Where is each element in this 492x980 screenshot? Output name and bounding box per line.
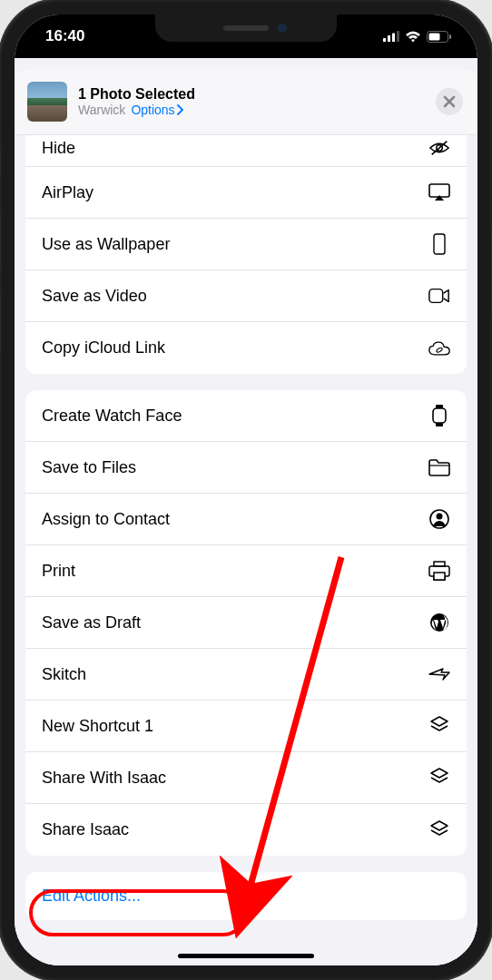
close-button[interactable] bbox=[436, 88, 463, 115]
status-time: 16:40 bbox=[45, 27, 84, 45]
action-share-isaac[interactable]: Share Isaac bbox=[25, 804, 467, 856]
action-share-with-isaac[interactable]: Share With Isaac bbox=[25, 752, 467, 804]
airplay-icon bbox=[428, 181, 450, 203]
photo-thumbnail[interactable] bbox=[27, 82, 67, 122]
svg-rect-0 bbox=[383, 38, 386, 42]
eye-slash-icon bbox=[428, 137, 450, 159]
wifi-icon bbox=[405, 31, 421, 43]
watch-icon bbox=[428, 405, 450, 426]
action-label: Hide bbox=[42, 139, 75, 158]
notch bbox=[155, 15, 337, 42]
action-wallpaper[interactable]: Use as Wallpaper bbox=[25, 219, 467, 270]
volume-up bbox=[0, 209, 1, 272]
printer-icon bbox=[428, 560, 450, 582]
screen: 16:40 1 Photo Selected bbox=[15, 15, 477, 965]
action-label: Create Watch Face bbox=[42, 407, 182, 426]
wordpress-icon bbox=[428, 612, 450, 633]
action-print[interactable]: Print bbox=[25, 545, 467, 597]
action-label: Save to Files bbox=[42, 458, 136, 477]
sheet-header: 1 Photo Selected Warwick Options bbox=[15, 69, 477, 135]
action-label: Share With Isaac bbox=[42, 769, 166, 788]
sheet-subtitle: Warwick bbox=[78, 103, 125, 117]
svg-rect-15 bbox=[436, 423, 443, 426]
action-label: Use as Wallpaper bbox=[42, 235, 170, 254]
skitch-icon bbox=[428, 663, 450, 685]
battery-icon bbox=[427, 31, 452, 43]
action-label: Save as Video bbox=[42, 287, 147, 306]
folder-icon bbox=[428, 456, 450, 478]
phone-outline-icon bbox=[428, 233, 450, 255]
svg-rect-20 bbox=[434, 573, 445, 580]
action-label: Print bbox=[42, 562, 75, 581]
cloud-link-icon bbox=[428, 338, 450, 359]
action-label: Skitch bbox=[42, 665, 86, 684]
action-label: AirPlay bbox=[42, 183, 93, 202]
action-save-draft[interactable]: Save as Draft bbox=[25, 597, 467, 649]
action-watch-face[interactable]: Create Watch Face bbox=[25, 390, 467, 442]
svg-point-18 bbox=[437, 514, 443, 520]
home-indicator[interactable] bbox=[178, 954, 314, 958]
shortcut-icon bbox=[428, 715, 450, 737]
mute-switch bbox=[0, 145, 1, 180]
phone-frame: 16:40 1 Photo Selected bbox=[0, 0, 492, 980]
contact-icon bbox=[428, 508, 450, 530]
share-sheet: 1 Photo Selected Warwick Options bbox=[15, 58, 477, 965]
video-icon bbox=[428, 285, 450, 307]
svg-rect-11 bbox=[429, 289, 443, 303]
sheet-title: 1 Photo Selected bbox=[78, 86, 195, 103]
close-icon bbox=[443, 95, 456, 108]
action-group-1: Hide AirPlay Use as Wallpa bbox=[25, 135, 467, 374]
action-icloud-link[interactable]: Copy iCloud Link bbox=[25, 322, 467, 374]
svg-rect-14 bbox=[433, 408, 446, 423]
svg-point-12 bbox=[436, 347, 443, 352]
action-label: Share Isaac bbox=[42, 820, 129, 839]
action-hide[interactable]: Hide bbox=[25, 135, 467, 167]
shortcut-icon bbox=[428, 767, 450, 789]
action-save-files[interactable]: Save to Files bbox=[25, 442, 467, 494]
shortcut-icon bbox=[428, 819, 450, 841]
actions-list[interactable]: Hide AirPlay Use as Wallpa bbox=[15, 135, 477, 965]
cellular-icon bbox=[383, 31, 399, 42]
action-label: Save as Draft bbox=[42, 613, 141, 632]
options-link[interactable]: Options bbox=[131, 103, 183, 117]
action-group-2: Create Watch Face Save to Files bbox=[25, 390, 467, 856]
edit-actions-button[interactable]: Edit Actions... bbox=[25, 872, 467, 920]
action-label: New Shortcut 1 bbox=[42, 717, 153, 736]
action-label: Copy iCloud Link bbox=[42, 338, 165, 358]
action-skitch[interactable]: Skitch bbox=[25, 649, 467, 701]
svg-rect-6 bbox=[449, 34, 451, 39]
svg-rect-9 bbox=[429, 184, 449, 197]
action-assign-contact[interactable]: Assign to Contact bbox=[25, 494, 467, 545]
volume-down bbox=[0, 290, 1, 354]
svg-rect-2 bbox=[392, 34, 395, 43]
action-airplay[interactable]: AirPlay bbox=[25, 167, 467, 219]
action-label: Assign to Contact bbox=[42, 510, 170, 529]
svg-rect-5 bbox=[429, 33, 440, 40]
svg-rect-10 bbox=[434, 234, 445, 254]
svg-rect-3 bbox=[397, 31, 399, 42]
action-new-shortcut[interactable]: New Shortcut 1 bbox=[25, 701, 467, 752]
action-save-video[interactable]: Save as Video bbox=[25, 270, 467, 322]
svg-rect-1 bbox=[388, 35, 390, 42]
